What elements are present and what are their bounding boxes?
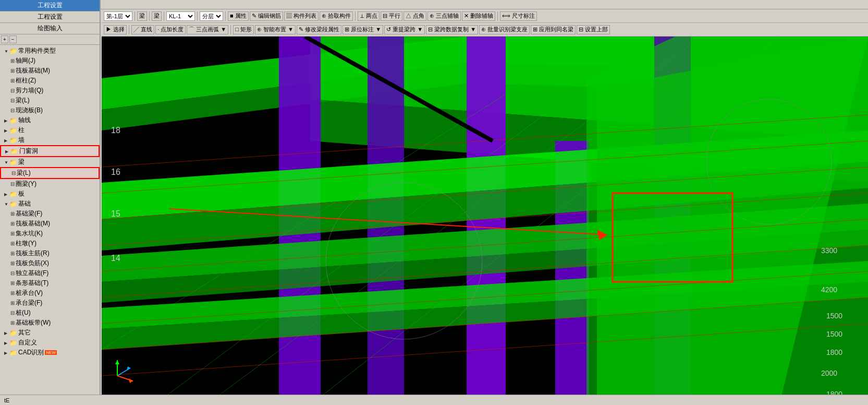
tree-item-custom[interactable]: 📁 自定义 — [0, 338, 100, 348]
label-pit: 集水坑(K) — [16, 229, 43, 238]
label-common-types: 常用构件类型 — [18, 46, 56, 55]
icon-pile-cap: ⊞ — [10, 290, 15, 296]
sidebar-tool-plus[interactable]: + — [1, 35, 8, 43]
toolbar-row2: ▶ 选择 ╱ 直线 · 点加长度 ⌒ 三点画弧 ▼ □ 矩形 ⊕ 智能布置 ▼ … — [102, 23, 868, 37]
tree-item-beam-common[interactable]: ⊟ 梁(L) — [0, 96, 100, 105]
three-point-axis-btn[interactable]: ⊕ 三点辅轴 — [427, 11, 461, 21]
reget-span-btn[interactable]: ↺ 重提梁跨 ▼ — [384, 25, 425, 34]
type-select1[interactable]: 梁 — [137, 11, 147, 21]
three-arc-btn[interactable]: ⌒ 三点画弧 ▼ — [187, 25, 228, 34]
folder-icon-beam-group: 📁 — [9, 159, 17, 166]
tree-item-strip-found[interactable]: ⊞ 条形基础(T) — [0, 278, 100, 288]
icon-strip-found: ⊞ — [10, 280, 15, 286]
tree-item-pit[interactable]: ⊞ 集水坑(K) — [0, 229, 100, 239]
smart-layout-btn[interactable]: ⊕ 智能布置 ▼ — [255, 25, 296, 34]
tree-item-common-types[interactable]: 📁 常用构件类型 — [0, 46, 100, 56]
tree-item-axis-group[interactable]: 📁 轴线 — [0, 115, 100, 125]
tree-item-beam-group[interactable]: 📁 梁 — [0, 157, 100, 167]
svg-text:14: 14 — [111, 254, 120, 263]
sidebar-header: 工程设置 — [0, 0, 100, 11]
label-raft-neg: 筏板负筋(X) — [16, 259, 49, 268]
component-list-btn[interactable]: ▤ 构件列表 — [284, 11, 319, 21]
sep7 — [497, 11, 498, 21]
tree-item-pile[interactable]: ⊟ 桩(U) — [0, 308, 100, 318]
sidebar-drawing-btn[interactable]: 绘图输入 — [0, 23, 100, 34]
del-axis-btn[interactable]: ✕ 删除辅轴 — [462, 11, 495, 21]
modify-beam-prop-btn[interactable]: ✎ 修改梁段属性 — [297, 25, 341, 34]
sep6 — [355, 11, 356, 21]
label-slab-common: 现浇板(B) — [16, 106, 43, 115]
tree-item-raft-found[interactable]: ⊞ 筏板基础(M) — [0, 66, 100, 76]
property-btn[interactable]: ■ 属性 — [228, 11, 249, 21]
sidebar-engineering-btn[interactable]: 工程设置 — [0, 11, 100, 23]
expand-door-group — [5, 149, 10, 154]
pick-component-btn[interactable]: ⊕ 拾取构件 — [320, 11, 353, 21]
tree-item-slab-group[interactable]: 📁 板 — [0, 189, 100, 199]
two-point-btn[interactable]: ⊥ 两点 — [358, 11, 380, 21]
span-copy-btn[interactable]: ⊟ 梁跨数据复制 ▼ — [426, 25, 478, 34]
main-viewport[interactable]: 18 16 15 14 3300 4200 1500 1500 1800 200… — [102, 37, 868, 405]
point-length-btn[interactable]: · 点加长度 — [155, 25, 186, 34]
icon-raft-found2: ⊞ — [10, 221, 15, 227]
tree-item-shearwall[interactable]: ⊟ 剪力墙(Q) — [0, 86, 100, 96]
code-select[interactable]: KL-1 — [166, 11, 195, 21]
tree-item-column[interactable]: ⊞ 框柱(Z) — [0, 76, 100, 86]
tree-item-other[interactable]: 📁 其它 — [0, 328, 100, 338]
edit-rebar-btn[interactable]: ✎ 编辑钢筋 — [250, 11, 283, 21]
tree-item-raft-found2[interactable]: ⊞ 筏板基础(M) — [0, 219, 100, 229]
tree-item-pile-cap[interactable]: ⊞ 桩承台(V) — [0, 288, 100, 298]
tree-item-foundation[interactable]: 📁 基础 — [0, 199, 100, 209]
label-pile-cap: 桩承台(V) — [16, 289, 43, 297]
label-strip-found: 条形基础(T) — [16, 279, 48, 288]
label-shearwall: 剪力墙(Q) — [16, 86, 43, 95]
label-slab-group: 板 — [18, 189, 25, 198]
tree-item-ind-found[interactable]: ⊟ 独立基础(F) — [0, 268, 100, 278]
icon-column: ⊞ — [10, 78, 15, 84]
point-angle-btn[interactable]: △ 点角 — [404, 11, 426, 21]
set-top-btn[interactable]: ⊟ 设置上部 — [577, 25, 610, 34]
dim-label-btn[interactable]: ⟺ 尺寸标注 — [500, 11, 537, 21]
expand-other — [4, 330, 9, 336]
tree-item-wall-group[interactable]: 📁 墙 — [0, 135, 100, 145]
svg-text:16: 16 — [111, 168, 120, 176]
rect-btn[interactable]: □ 矩形 — [233, 25, 254, 34]
apply-same-btn[interactable]: ⊞ 应用到同名梁 — [531, 25, 576, 34]
tree-item-col-group[interactable]: 📁 柱 — [0, 125, 100, 135]
sidebar-tool-minus[interactable]: − — [9, 35, 17, 43]
tree-item-door-group[interactable]: 📁 门窗洞 — [0, 145, 100, 157]
label-cap-beam: 承台梁(F) — [16, 299, 42, 307]
icon-ind-found: ⊟ — [10, 270, 15, 276]
tree-item-cad-recog[interactable]: 📁 CAD识别 NEW — [0, 348, 100, 358]
icon-found-beam: ⊞ — [10, 211, 15, 217]
icon-beam-L: ⊟ — [11, 170, 16, 176]
tree-item-raft-main[interactable]: ⊞ 筏板主筋(R) — [0, 248, 100, 258]
expand-slab-group — [4, 192, 9, 197]
tree-item-raft-neg[interactable]: ⊞ 筏板负筋(X) — [0, 258, 100, 268]
tree-item-found-slab[interactable]: ⊞ 基础板带(W) — [0, 318, 100, 328]
bottom-status-bar: tE — [0, 395, 868, 405]
tree-item-axis[interactable]: ⊞ 轴网(J) — [0, 56, 100, 66]
layer2-select[interactable]: 分层1 — [200, 11, 223, 21]
batch-recog-btn[interactable]: ⊕ 批量识别梁支座 — [479, 25, 530, 34]
svg-text:3300: 3300 — [821, 246, 837, 255]
orig-label-btn[interactable]: ⊞ 原位标注 ▼ — [343, 25, 383, 34]
label-axis: 轴网(J) — [16, 56, 35, 65]
layer-select[interactable]: 第-1层 — [104, 11, 132, 21]
tree-item-beam-L[interactable]: ⊟ 梁(L) — [0, 167, 100, 179]
line-btn[interactable]: ╱ 直线 — [131, 25, 154, 34]
tree-item-circle-beam[interactable]: ⊟ 圈梁(Y) — [0, 179, 100, 189]
tree-item-pedestal[interactable]: ⊞ 柱墩(Y) — [0, 239, 100, 248]
label-pedestal: 柱墩(Y) — [16, 239, 36, 248]
type-select2[interactable]: 梁 — [152, 11, 162, 21]
tree-item-found-beam[interactable]: ⊞ 基础梁(F) — [0, 209, 100, 219]
select-btn[interactable]: ▶ 选择 — [104, 25, 127, 34]
icon-found-slab: ⊞ — [10, 320, 15, 326]
parallel-btn[interactable]: ⊟ 平行 — [381, 11, 402, 21]
label-beam-L: 梁(L) — [17, 169, 31, 177]
folder-icon-door-group: 📁 — [10, 148, 18, 155]
icon-raft-main: ⊞ — [10, 251, 15, 256]
icon-axis: ⊞ — [10, 58, 15, 64]
tree-item-cap-beam[interactable]: ⊞ 承台梁(F) — [0, 298, 100, 308]
tree-item-slab-common[interactable]: ⊟ 现浇板(B) — [0, 105, 100, 115]
label-raft-found: 筏板基础(M) — [16, 66, 50, 75]
